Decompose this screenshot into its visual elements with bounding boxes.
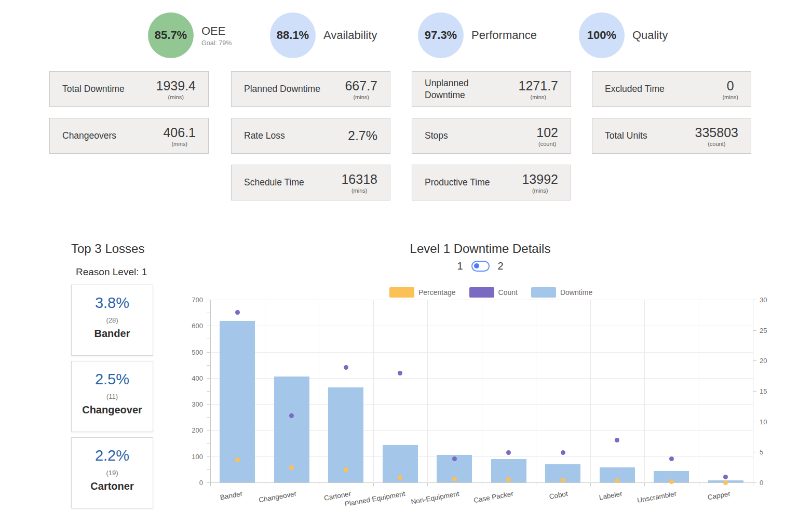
- chart-toggle-row: 1 2: [208, 260, 753, 272]
- metric-label: Rate Loss: [244, 118, 324, 153]
- right-axis-label: 30: [760, 296, 767, 304]
- dot-count-cobot: [561, 450, 565, 455]
- left-axis-tick: [207, 378, 210, 379]
- kpi-label: Performance: [471, 29, 537, 42]
- metric-label: Excluded Time: [605, 72, 685, 106]
- metric-unit: (count): [708, 141, 725, 147]
- right-axis-tick: [753, 330, 756, 331]
- right-axis-label: 5: [760, 448, 763, 456]
- legend-item-count[interactable]: Count: [469, 287, 518, 298]
- right-axis-tick: [753, 300, 756, 300]
- metric-value-block: 102(count): [536, 118, 558, 153]
- right-axis-label: 15: [760, 387, 767, 395]
- kpi-label: Availability: [323, 29, 377, 42]
- loss-name: Cartoner: [90, 480, 133, 492]
- metric-card-schedule-time: Schedule Time16318(mins): [231, 165, 390, 200]
- gridline-v: [753, 300, 753, 483]
- metric-unit: (mins): [530, 94, 546, 100]
- x-axis-tick: [427, 483, 428, 486]
- reason-level-label: Reason Level: 1: [76, 266, 147, 278]
- metric-card-productive-time: Productive Time13992(mins): [412, 165, 571, 200]
- metric-card-planned-downtime: Planned Downtime667.7(mins): [231, 71, 390, 107]
- right-axis-tick: [753, 391, 756, 392]
- loss-percent: 2.5%: [95, 371, 129, 388]
- metric-unit: (mins): [168, 94, 184, 100]
- gridline-v: [265, 300, 265, 483]
- chart-plot: 0100200300400500600700051015202530Bander…: [210, 300, 753, 483]
- x-axis-tick: [265, 483, 265, 486]
- right-axis-tick: [753, 482, 756, 483]
- loss-card-bander: 3.8%(28)Bander: [71, 285, 153, 356]
- toggle-option-1[interactable]: 1: [457, 260, 463, 272]
- left-axis-tick: [207, 482, 210, 483]
- metric-label: Total Units: [605, 118, 685, 153]
- kpi-circle-oee: 85.7%: [148, 12, 194, 58]
- reason-level-toggle[interactable]: [471, 261, 490, 272]
- kpi-label-block: Performance: [471, 29, 537, 42]
- kpi-oee: 85.7%OEEGoal: 79%: [148, 12, 232, 58]
- gridline-v: [482, 300, 482, 483]
- gridline-v: [536, 300, 536, 483]
- metric-card-total-units: Total Units335803(count): [592, 118, 751, 154]
- x-axis-tick: [482, 483, 482, 486]
- metric-label: Planned Downtime: [244, 72, 324, 106]
- x-label-unscrambler: Unscrambler: [637, 490, 677, 504]
- loss-name: Bander: [94, 328, 130, 340]
- metric-label: Productive Time: [425, 165, 505, 200]
- legend-label: Percentage: [418, 288, 456, 297]
- metric-value-block: 0(mins): [722, 72, 738, 106]
- metric-value: 16318: [341, 172, 377, 187]
- metric-value: 1939.4: [156, 78, 196, 93]
- kpi-row: 85.7%OEEGoal: 79%88.1%Availability97.3%P…: [0, 0, 812, 68]
- metric-value-block: 667.7(mins): [345, 72, 377, 106]
- x-axis-tick: [210, 483, 211, 486]
- x-label-changeover: Changeover: [258, 490, 297, 504]
- metric-card-total-downtime: Total Downtime1939.4(mins): [49, 71, 209, 107]
- right-axis-label: 25: [760, 327, 767, 334]
- loss-card-changeover: 2.5%(11)Changeover: [71, 361, 153, 432]
- dot-count-unscrambler: [669, 456, 674, 461]
- left-axis-label: 300: [179, 400, 203, 408]
- kpi-label: Quality: [632, 29, 668, 42]
- metric-value: 406.1: [163, 125, 196, 140]
- metric-label: Total Downtime: [62, 72, 143, 106]
- kpi-label: OEE: [201, 24, 232, 38]
- legend-label: Downtime: [560, 288, 592, 297]
- left-axis-tick: [207, 444, 210, 444]
- left-axis-tick: [207, 456, 210, 457]
- metric-card-unplanned-downtime: Unplanned Downtime1271.7(mins): [412, 71, 571, 107]
- loss-count: (11): [106, 393, 118, 400]
- legend-item-downtime[interactable]: Downtime: [531, 287, 592, 298]
- metric-card-excluded-time: Excluded Time0(mins): [592, 71, 751, 107]
- toggle-option-2[interactable]: 2: [498, 260, 504, 272]
- x-label-labeler: Labeler: [598, 490, 622, 502]
- metric-unit: (mins): [353, 94, 369, 100]
- metric-card-changeovers: Changeovers406.1(mins): [49, 118, 209, 154]
- metric-value: 102: [536, 125, 558, 140]
- oee-dashboard: 85.7%OEEGoal: 79%88.1%Availability97.3%P…: [0, 0, 812, 524]
- x-label-non-equipment: Non-Equipment: [411, 490, 460, 506]
- legend-label: Count: [498, 288, 518, 297]
- x-label-cobot: Cobot: [549, 490, 569, 501]
- left-axis-label: 400: [179, 374, 203, 382]
- metric-unit: (mins): [351, 187, 368, 194]
- metric-value: 335803: [695, 125, 738, 140]
- metric-unit: (mins): [532, 187, 548, 194]
- dot-count-cartoner: [344, 365, 348, 370]
- legend-swatch-percentage: [389, 287, 414, 298]
- left-axis-tick: [207, 300, 210, 300]
- kpi-circle-availability: 88.1%: [270, 12, 316, 58]
- dot-percentage-non-equipment: [452, 477, 457, 481]
- dot-count-non-equipment: [452, 456, 457, 461]
- x-label-planned-equipment: Planned Equipment: [344, 490, 406, 508]
- loss-count: (28): [106, 316, 118, 324]
- gridline-v: [210, 300, 211, 483]
- dot-percentage-unscrambler: [669, 479, 674, 484]
- metric-unit: (count): [538, 141, 556, 147]
- kpi-performance: 97.3%Performance: [418, 12, 537, 58]
- metric-value-block: 335803(count): [695, 118, 738, 153]
- kpi-label-block: OEEGoal: 79%: [201, 24, 232, 47]
- legend-item-percentage[interactable]: Percentage: [389, 287, 456, 298]
- x-label-capper: Capper: [707, 490, 731, 501]
- kpi-circle-quality: 100%: [579, 12, 625, 58]
